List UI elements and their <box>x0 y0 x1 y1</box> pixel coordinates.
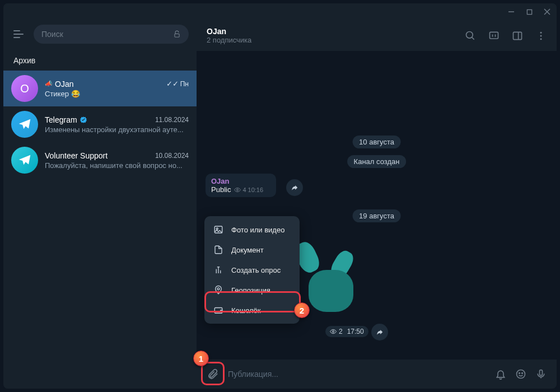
date-separator: 19 августа <box>352 209 401 222</box>
chat-header: OJan 2 подписчика <box>197 20 557 52</box>
sidebar-toggle-icon[interactable] <box>512 30 523 41</box>
message-input[interactable]: Публикация... <box>228 370 486 379</box>
avatar <box>11 111 38 138</box>
svg-rect-1 <box>527 10 531 14</box>
chat-item-ojan[interactable]: O 📣 OJan ✓✓ Пн Стикер 😂 <box>3 71 197 106</box>
menu-location[interactable]: Геопозиция <box>204 280 300 300</box>
chat-name: Telegram <box>45 115 87 124</box>
svg-point-27 <box>522 373 523 374</box>
message-author: OJan <box>211 177 270 185</box>
location-icon <box>213 285 223 295</box>
avatar: O <box>11 75 38 102</box>
search-icon[interactable] <box>465 30 476 41</box>
chat-name: 📣 OJan <box>45 80 73 88</box>
view-count: 4 <box>242 186 246 193</box>
svg-point-25 <box>517 370 525 379</box>
svg-point-16 <box>333 331 334 333</box>
menu-label: Кошелёк <box>231 306 261 315</box>
svg-point-18 <box>216 228 218 230</box>
forward-button[interactable] <box>371 324 388 340</box>
search-placeholder: Поиск <box>41 30 63 39</box>
messages-area: 10 августа Канал создан OJan Public 4 10… <box>197 52 557 360</box>
attach-menu: Фото или видео Документ Создать опрос Ге… <box>204 216 300 324</box>
window-titlebar <box>3 3 557 20</box>
maximize-button[interactable] <box>525 8 533 16</box>
chat-time: 10.08.2024 <box>155 152 189 160</box>
chat-item-support[interactable]: Volunteer Support 10.08.2024 Пожалуйста,… <box>3 142 197 178</box>
annotation-marker-2: 2 <box>294 302 310 318</box>
svg-point-14 <box>540 38 542 40</box>
message-time: 10:16 <box>248 186 264 193</box>
wallet-icon <box>213 305 223 315</box>
svg-rect-10 <box>514 32 522 39</box>
system-message: Канал создан <box>347 155 407 168</box>
menu-label: Геопозиция <box>231 286 270 295</box>
date-separator: 10 августа <box>352 136 401 148</box>
chat-time: ✓✓ Пн <box>166 80 189 88</box>
chat-time: 11.08.2024 <box>155 116 189 124</box>
chat-name: Volunteer Support <box>45 151 108 160</box>
notifications-icon[interactable] <box>495 368 506 380</box>
hamburger-menu-button[interactable] <box>11 26 27 42</box>
svg-point-5 <box>466 31 473 38</box>
search-input[interactable]: Поиск <box>34 25 189 44</box>
more-icon[interactable] <box>535 30 547 41</box>
svg-line-6 <box>472 37 474 39</box>
svg-rect-4 <box>175 34 179 37</box>
minimize-button[interactable] <box>507 8 515 16</box>
close-button[interactable] <box>543 8 551 16</box>
svg-rect-28 <box>540 370 543 376</box>
eye-icon <box>234 186 241 193</box>
message-bubble[interactable]: OJan Public 4 10:16 <box>206 174 276 197</box>
archive-label: Архив <box>3 48 197 71</box>
chat-preview: Изменены настройки двухэтапной ауте... <box>45 125 189 134</box>
menu-document[interactable]: Документ <box>204 240 300 260</box>
annotation-marker-1: 1 <box>193 351 209 366</box>
chat-item-telegram[interactable]: Telegram 11.08.2024 Изменены настройки д… <box>3 106 197 142</box>
emoji-icon[interactable] <box>515 368 526 380</box>
lock-icon <box>173 30 181 38</box>
verified-icon <box>80 116 87 124</box>
svg-point-26 <box>519 373 520 374</box>
svg-point-13 <box>540 35 542 36</box>
message-text: Public <box>211 185 231 194</box>
main-panel: OJan 2 подписчика 10 августа Канал созда… <box>197 20 557 389</box>
svg-rect-7 <box>490 32 498 39</box>
menu-poll[interactable]: Создать опрос <box>204 260 300 280</box>
sidebar: Поиск Архив O 📣 OJan ✓✓ Пн <box>3 20 197 389</box>
chat-preview: Стикер 😂 <box>45 90 189 98</box>
voice-icon[interactable] <box>535 368 547 380</box>
forward-button[interactable] <box>286 179 303 196</box>
svg-point-15 <box>237 189 239 190</box>
megaphone-icon: 📣 <box>45 80 53 87</box>
message-input-bar: Публикация... <box>197 360 557 389</box>
svg-point-12 <box>540 31 542 33</box>
menu-photo-video[interactable]: Фото или видео <box>204 220 300 240</box>
eye-icon <box>330 328 337 335</box>
subscriber-count: 2 подписчика <box>207 36 251 44</box>
chat-preview: Пожалуйста, напишите свой вопрос но... <box>45 161 189 170</box>
attach-button[interactable] <box>207 368 219 380</box>
document-icon <box>213 245 223 255</box>
image-icon <box>213 225 223 235</box>
comments-icon[interactable] <box>488 30 500 41</box>
sticker-views: 2 17:50 <box>325 326 368 337</box>
menu-label: Документ <box>231 246 264 254</box>
menu-wallet[interactable]: Кошелёк <box>204 300 300 320</box>
svg-point-23 <box>217 288 220 290</box>
menu-label: Фото или видео <box>231 226 284 234</box>
avatar <box>11 147 38 174</box>
menu-label: Создать опрос <box>231 266 281 274</box>
poll-icon <box>213 265 223 275</box>
page-title: OJan <box>207 27 251 36</box>
read-checks-icon: ✓✓ <box>166 80 179 88</box>
